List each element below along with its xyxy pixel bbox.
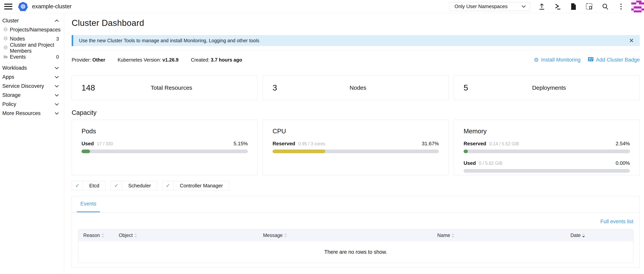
namespace-filter-dropdown[interactable]: Only User Namespaces: [449, 2, 530, 11]
stats-row: 148 Total Resources 3 Nodes 5 Deployment…: [72, 75, 640, 100]
top-header-bar: ☸ example-cluster Only User Namespaces: [0, 0, 644, 13]
stat-label: Nodes: [277, 84, 439, 91]
events-panel: Events Full events list Reason: [72, 196, 640, 268]
bar-label: Reserved: [464, 141, 486, 147]
stat-card-nodes: 3 Nodes: [263, 75, 449, 100]
kebab-menu-icon[interactable]: ⋮: [617, 3, 625, 10]
gear-icon: ⚙: [534, 57, 539, 63]
health-badges-row: ✓ Etcd ✓ Scheduler ✓ Controller Manager: [72, 181, 640, 190]
column-header-object[interactable]: Object: [119, 233, 263, 238]
column-header-message[interactable]: Message: [263, 233, 437, 238]
column-label: Message: [263, 233, 282, 238]
sidebar-item-count: 3: [56, 36, 59, 42]
capacity-heading: Capacity: [72, 109, 640, 116]
memory-reserved-row: Reserved 0.14 / 5.52 GiB 2.54%: [464, 141, 630, 147]
sidebar-group-service-discovery[interactable]: Service Discovery: [0, 82, 64, 91]
events-table: Reason Object Message: [78, 229, 634, 263]
bar-label: Used: [464, 160, 476, 166]
bar-fraction: 17 / 330: [97, 141, 113, 146]
sort-icon: [452, 234, 454, 237]
chevron-down-icon: [55, 67, 59, 69]
chevron-down-icon: [55, 85, 59, 87]
memory-used-progress-bar: [464, 169, 630, 173]
chevron-down-icon: [55, 112, 59, 115]
bar-percent: 0.00%: [616, 160, 630, 166]
glance-value: v1.26.9: [162, 57, 178, 62]
full-events-list-link[interactable]: Full events list: [600, 219, 634, 224]
cluster-name: example-cluster: [32, 3, 72, 10]
column-header-date[interactable]: Date: [570, 233, 633, 238]
sidebar-item-projects-namespaces[interactable]: Projects/Namespaces: [0, 25, 64, 34]
events-panel-body: Full events list Reason Object: [72, 213, 640, 263]
add-cluster-badge-link[interactable]: Add Cluster Badge: [588, 57, 640, 63]
memory-reserved-progress-fill: [464, 150, 468, 153]
glance-label: Provider:: [72, 57, 92, 62]
file-icon[interactable]: [570, 3, 577, 10]
namespace-filter-value: Only User Namespaces: [454, 3, 508, 9]
sidebar-group-apps[interactable]: Apps: [0, 72, 64, 82]
chevron-down-icon: [55, 103, 59, 106]
glance-kubernetes-version: Kubernetes Version: v1.26.9: [118, 57, 179, 63]
capacity-card-memory: Memory Reserved 0.14 / 5.52 GiB 2.54% Us…: [454, 120, 640, 175]
cpu-progress-bar: [272, 150, 439, 153]
health-badge-etcd: ✓ Etcd: [72, 181, 106, 190]
sidebar-group-cluster[interactable]: Cluster: [0, 16, 64, 25]
topbar-right: Only User Namespaces: [449, 0, 644, 13]
sidebar-group-more-resources[interactable]: More Resources: [0, 109, 64, 118]
health-badge-label: Controller Manager: [174, 181, 229, 190]
check-icon: ✓: [72, 181, 83, 190]
capacity-card-cpu: CPU Reserved 0.95 / 3 cores 31.67%: [263, 120, 449, 175]
kubectl-shell-icon[interactable]: [554, 3, 561, 10]
glance-label: Kubernetes Version:: [118, 57, 162, 62]
column-label: Name: [437, 233, 450, 238]
sidebar-group-storage[interactable]: Storage: [0, 91, 64, 100]
events-table-header: Reason Object Message: [78, 230, 633, 241]
install-monitoring-link[interactable]: ⚙ Install Monitoring: [534, 57, 580, 63]
glance-provider: Provider: Other: [72, 57, 105, 63]
folder-icon: [4, 54, 8, 60]
copy-kubeconfig-icon[interactable]: [586, 3, 593, 10]
capacity-card-title: CPU: [272, 128, 439, 135]
column-label: Reason: [83, 233, 100, 238]
upload-icon[interactable]: [538, 3, 546, 10]
glance-created: Created: 3.7 hours ago: [191, 57, 242, 63]
sidebar-group-label: More Resources: [2, 110, 55, 116]
badge-icon: [588, 57, 594, 63]
memory-reserved-progress-bar: [464, 150, 630, 153]
chevron-down-icon: [55, 76, 59, 78]
pods-progress-fill: [82, 150, 90, 153]
column-header-reason[interactable]: Reason: [78, 233, 119, 238]
sidebar-group-label: Apps: [2, 74, 55, 80]
chevron-down-icon: [521, 5, 526, 8]
sidebar-group-workloads[interactable]: Workloads: [0, 63, 64, 72]
bar-fraction: 0.14 / 5.52 GiB: [489, 141, 519, 146]
events-tabs-row: Events: [72, 196, 640, 213]
bar-fraction: 0 / 5.82 GiB: [479, 161, 502, 166]
events-empty-message: There are no rows to show.: [78, 241, 633, 263]
sidebar-group-policy[interactable]: Policy: [0, 100, 64, 109]
search-icon[interactable]: [602, 3, 609, 10]
sidebar-item-label: Nodes: [10, 36, 25, 42]
sidebar-group-label: Service Discovery: [2, 83, 55, 89]
hamburger-menu-icon[interactable]: [4, 4, 12, 9]
column-header-name[interactable]: Name: [437, 233, 570, 238]
chevron-up-icon: [55, 19, 59, 22]
column-label: Date: [570, 233, 581, 238]
topbar-icons: ⋮: [538, 3, 625, 10]
glance-value: Other: [92, 57, 105, 62]
user-avatar-identicon[interactable]: [631, 0, 644, 12]
stat-card-deployments: 5 Deployments: [454, 75, 640, 100]
pods-used-row: Used 17 / 330 5.15%: [82, 141, 248, 147]
sidebar-item-label: Projects/Namespaces: [10, 27, 61, 33]
close-icon[interactable]: ✕: [629, 38, 634, 44]
stat-label: Deployments: [468, 84, 630, 91]
chevron-down-icon: [55, 94, 59, 96]
bar-percent: 2.54%: [616, 141, 630, 147]
app-root: ☸ example-cluster Only User Namespaces: [0, 0, 644, 274]
sidebar-nav: Cluster Projects/Namespaces Nodes 3: [0, 13, 64, 274]
sidebar-item-cluster-project-members[interactable]: Cluster and Project Members: [0, 43, 64, 52]
cluster-glance-row: Provider: Other Kubernetes Version: v1.2…: [72, 57, 640, 63]
pods-progress-bar: [82, 150, 248, 153]
tab-events[interactable]: Events: [77, 196, 100, 212]
health-badge-controller-manager: ✓ Controller Manager: [162, 181, 229, 190]
